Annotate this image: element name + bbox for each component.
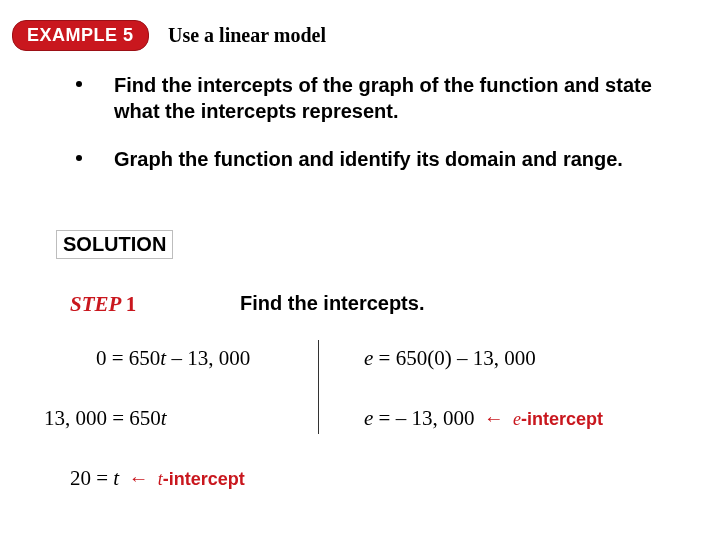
arrow-left-icon: ← <box>128 467 148 489</box>
solution-heading: SOLUTION <box>56 230 173 259</box>
eq-text: = – 13, 000 <box>373 406 474 430</box>
bullet-1: Find the intercepts of the graph of the … <box>76 72 690 124</box>
eq-text: 0 = 650 <box>96 346 160 370</box>
eq-text: = 650(0) – 13, 000 <box>373 346 535 370</box>
eq-left-2: 13, 000 = 650t <box>44 406 167 431</box>
step-instruction: Find the intercepts. <box>240 292 424 315</box>
slide-title: Use a linear model <box>168 24 326 47</box>
step-word: STEP <box>70 292 121 316</box>
bullet-dot-icon <box>76 155 82 161</box>
step-label: STEP 1 <box>70 292 136 317</box>
eq-left-1: 0 = 650t – 13, 000 <box>96 346 250 371</box>
eq-text: – 13, 000 <box>166 346 250 370</box>
eq-right-1: e = 650(0) – 13, 000 <box>364 346 536 371</box>
divider-line <box>318 340 319 434</box>
bullets: Find the intercepts of the graph of the … <box>76 72 690 194</box>
t-intercept-label: t-intercept <box>158 469 245 489</box>
e-intercept-label: e-intercept <box>513 409 603 429</box>
eq-text: -intercept <box>521 409 603 429</box>
example-badge-text: EXAMPLE 5 <box>12 20 149 51</box>
eq-left-3: 20 = t ← t-intercept <box>70 466 245 491</box>
eq-text: -intercept <box>163 469 245 489</box>
bullet-dot-icon <box>76 81 82 87</box>
eq-var: t <box>113 466 119 490</box>
eq-var: e <box>364 406 373 430</box>
example-badge: EXAMPLE 5 <box>12 20 149 51</box>
eq-right-2: e = – 13, 000 ← e-intercept <box>364 406 603 431</box>
eq-text: 20 = <box>70 466 113 490</box>
eq-var: e <box>364 346 373 370</box>
bullet-2-text: Graph the function and identify its doma… <box>114 146 623 172</box>
step-number: 1 <box>126 292 137 316</box>
arrow-left-icon: ← <box>484 407 504 429</box>
bullet-1-text: Find the intercepts of the graph of the … <box>114 72 690 124</box>
bullet-2: Graph the function and identify its doma… <box>76 146 690 172</box>
eq-var: t <box>161 406 167 430</box>
eq-text: 13, 000 = 650 <box>44 406 161 430</box>
eq-var: e <box>513 409 521 429</box>
